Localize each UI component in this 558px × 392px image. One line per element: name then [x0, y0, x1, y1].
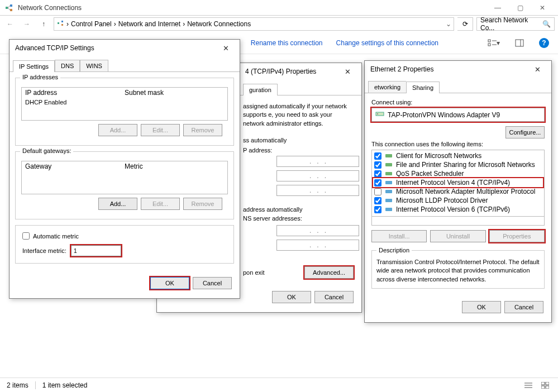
crumb-network-connections[interactable]: Network Connections [187, 20, 251, 28]
component-icon [385, 161, 393, 168]
svg-rect-17 [385, 163, 392, 166]
ok-button[interactable]: OK [150, 277, 189, 289]
dns-field[interactable]: . . . [276, 240, 359, 251]
install-button[interactable]: Install... [371, 230, 427, 242]
uses-label: This connection uses the following items… [371, 141, 545, 147]
add-button[interactable]: Add... [98, 124, 137, 136]
list-item[interactable]: File and Printer Sharing for Microsoft N… [373, 160, 543, 169]
view-options-button[interactable]: ▾ [488, 37, 500, 49]
ip-field[interactable]: . . . [276, 185, 359, 196]
default-gateways-group: Default gateways: GatewayMetric Add... E… [15, 151, 234, 219]
component-icon [385, 197, 393, 204]
ok-button[interactable]: OK [272, 291, 311, 303]
remove-button[interactable]: Remove [183, 198, 222, 210]
tiles-view-icon[interactable] [539, 379, 551, 391]
ip-field[interactable]: . . . [276, 156, 359, 167]
svg-rect-8 [488, 40, 490, 42]
maximize-button[interactable]: ▢ [509, 0, 531, 16]
cancel-button[interactable]: Cancel [193, 277, 232, 289]
dns-field[interactable]: . . . [276, 225, 359, 236]
chevron-right-icon: › [66, 20, 69, 28]
cancel-button[interactable]: Cancel [314, 291, 354, 303]
svg-rect-15 [377, 113, 378, 114]
svg-rect-22 [385, 208, 392, 211]
edit-button[interactable]: Edit... [141, 124, 180, 136]
rename-link[interactable]: Rename this connection [251, 39, 323, 47]
edit-button[interactable]: Edit... [141, 198, 180, 210]
description-text: Transmission Control Protocol/Internet P… [376, 258, 540, 284]
up-button[interactable]: ↑ [37, 17, 50, 31]
component-icon [385, 179, 393, 186]
svg-rect-0 [6, 7, 8, 9]
ok-button[interactable]: OK [462, 301, 501, 313]
dialog-title: Ethernet 2 Properties [370, 65, 433, 73]
tabs: IP Settings DNS WINS [9, 56, 240, 72]
svg-rect-26 [541, 382, 545, 385]
help-button[interactable]: ? [539, 38, 549, 48]
svg-rect-12 [516, 40, 523, 46]
svg-rect-28 [541, 386, 545, 389]
horizontal-scrollbar[interactable] [371, 217, 545, 226]
list-item[interactable]: Client for Microsoft Networks [373, 151, 543, 160]
adapter-field[interactable]: TAP-ProtonVPN Windows Adapter V9 [371, 108, 545, 122]
breadcrumb[interactable]: › Control Panel › Network and Internet ›… [54, 17, 454, 31]
crumb-control-panel[interactable]: Control Panel [71, 20, 112, 28]
list-item[interactable]: Internet Protocol Version 6 (TCP/IPv6) [373, 205, 543, 214]
tab-wins[interactable]: WINS [80, 60, 108, 71]
components-list[interactable]: Client for Microsoft NetworksFile and Pr… [371, 150, 545, 217]
titlebar: Network Connections — ▢ ✕ [0, 0, 558, 16]
chevron-down-icon[interactable]: ⌄ [446, 20, 451, 28]
refresh-button[interactable]: ⟳ [457, 17, 473, 31]
close-button[interactable]: ✕ [531, 0, 554, 16]
list-item[interactable]: Internet Protocol Version 4 (TCP/IPv4) [373, 178, 543, 187]
details-view-icon[interactable] [522, 379, 535, 391]
ip-field[interactable]: . . . [276, 170, 359, 181]
advanced-button[interactable]: Advanced... [304, 266, 354, 279]
interface-metric-input[interactable] [71, 245, 121, 256]
tabs: etworking Sharing [365, 78, 551, 93]
search-input[interactable]: Search Network Co...🔍 [476, 17, 555, 31]
svg-rect-6 [61, 21, 63, 22]
back-button[interactable]: ← [3, 17, 17, 31]
list-item[interactable]: Microsoft Network Adapter Multiplexor Pr… [373, 187, 543, 196]
close-icon[interactable]: ✕ [529, 65, 546, 74]
crumb-network-internet[interactable]: Network and Internet [118, 20, 180, 28]
preview-pane-button[interactable] [513, 37, 526, 49]
tab-sharing[interactable]: Sharing [406, 82, 440, 93]
tab-ip-settings[interactable]: IP Settings [13, 60, 55, 72]
advanced-tcpip-dialog: Advanced TCP/IP Settings ✕ IP Settings D… [9, 39, 240, 299]
properties-button[interactable]: Properties [489, 230, 545, 242]
interface-metric-label: Interface metric: [22, 247, 66, 254]
ip-address-list[interactable]: IP addressSubnet mask DHCP Enabled [21, 87, 228, 121]
svg-line-4 [8, 8, 10, 10]
add-button[interactable]: Add... [98, 198, 137, 210]
configure-button[interactable]: Configure... [505, 126, 545, 138]
list-item[interactable]: Microsoft LLDP Protocol Driver [373, 196, 543, 205]
svg-rect-16 [385, 154, 392, 157]
dialog-title-bar: Ethernet 2 Properties ✕ [365, 61, 551, 78]
tab-dns[interactable]: DNS [55, 60, 80, 71]
minimize-button[interactable]: — [487, 0, 509, 16]
automatic-metric-checkbox[interactable]: Automatic metric [22, 232, 227, 240]
svg-rect-20 [385, 190, 392, 193]
close-icon[interactable]: ✕ [217, 44, 234, 52]
close-icon[interactable]: ✕ [339, 68, 356, 76]
tab-networking[interactable]: etworking [368, 81, 406, 93]
change-settings-link[interactable]: Change settings of this connection [336, 39, 438, 47]
statusbar: 2 items 1 item selected [0, 377, 558, 392]
obtain-dns-auto: address automatically [243, 206, 354, 213]
gateway-list[interactable]: GatewayMetric [21, 161, 228, 194]
tab-configuration[interactable]: guration [243, 84, 278, 95]
status-selection: 1 item selected [42, 381, 88, 389]
uninstall-button[interactable]: Uninstall [430, 230, 485, 242]
dialog-title: Advanced TCP/IP Settings [15, 44, 94, 52]
component-icon [385, 152, 393, 159]
app-icon [4, 3, 13, 12]
svg-rect-21 [385, 199, 392, 202]
forward-button[interactable]: → [20, 17, 34, 31]
remove-button[interactable]: Remove [183, 124, 222, 136]
component-icon [385, 188, 393, 195]
component-icon [385, 206, 393, 213]
list-item[interactable]: QoS Packet Scheduler [373, 169, 543, 178]
cancel-button[interactable]: Cancel [504, 301, 543, 313]
